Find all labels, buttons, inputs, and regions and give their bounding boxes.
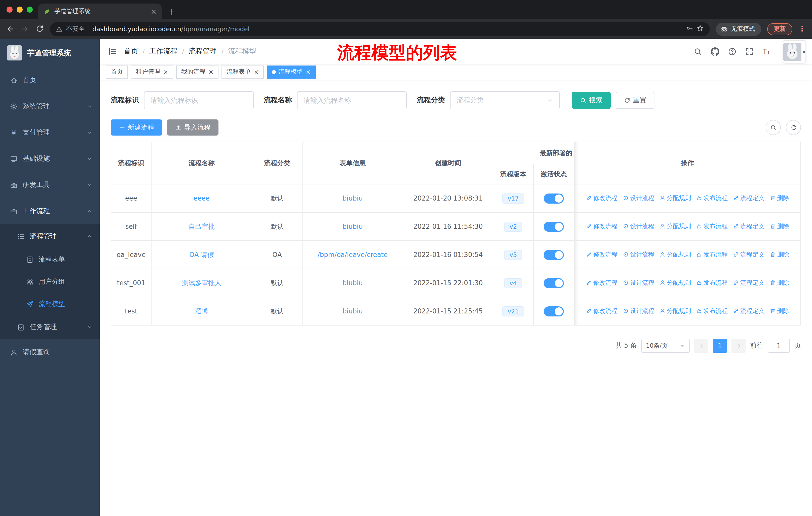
op-design-link[interactable]: 设计流程 xyxy=(622,250,654,259)
version-badge[interactable]: v5 xyxy=(504,250,522,260)
op-delete-link[interactable]: 删除 xyxy=(770,307,789,316)
address-bar[interactable]: 不安全 dashboard.yudao.iocoder.cn/bpm/manag… xyxy=(50,22,710,36)
toggle-search-button[interactable] xyxy=(766,120,781,135)
op-assign-link[interactable]: 分配规则 xyxy=(659,222,691,231)
form-info-link[interactable]: biubiu xyxy=(343,223,363,230)
op-definition-link[interactable]: 流程定义 xyxy=(733,194,764,202)
active-status-toggle[interactable] xyxy=(544,221,564,232)
process-name-link[interactable]: eeee xyxy=(194,194,210,202)
help-button[interactable] xyxy=(728,47,736,56)
op-assign-link[interactable]: 分配规则 xyxy=(659,194,691,202)
op-publish-link[interactable]: 发布流程 xyxy=(696,194,728,202)
op-edit-link[interactable]: 修改流程 xyxy=(586,222,617,231)
fullscreen-button[interactable] xyxy=(745,47,754,56)
sidebar-item-infrastructure[interactable]: 基础设施 xyxy=(0,146,100,172)
tag-item[interactable]: 首页 xyxy=(106,65,128,78)
op-delete-link[interactable]: 删除 xyxy=(770,250,789,259)
sidebar-item-leave-query[interactable]: 请假查询 xyxy=(0,339,100,365)
app-logo[interactable]: 芋道管理系统 xyxy=(0,39,100,67)
prev-page-button[interactable] xyxy=(694,338,708,353)
active-status-toggle[interactable] xyxy=(544,193,564,203)
op-definition-link[interactable]: 流程定义 xyxy=(733,250,764,259)
tag-close-icon[interactable]: × xyxy=(254,69,259,75)
process-name-input[interactable] xyxy=(297,91,407,109)
process-name-link[interactable]: 滔博 xyxy=(195,307,208,315)
import-process-button[interactable]: 导入流程 xyxy=(167,119,219,136)
back-button[interactable] xyxy=(6,25,14,33)
avatar[interactable]: ▼ xyxy=(783,40,806,63)
op-edit-link[interactable]: 修改流程 xyxy=(586,194,617,202)
header-search-button[interactable] xyxy=(694,47,702,56)
sidebar-item-user-group[interactable]: 用户分组 xyxy=(0,271,100,293)
page-number-button[interactable]: 1 xyxy=(713,338,727,353)
op-definition-link[interactable]: 流程定义 xyxy=(733,222,764,231)
sidebar-item-task-manage[interactable]: 任务管理 xyxy=(0,315,100,339)
breadcrumb-item[interactable]: 工作流程 xyxy=(149,47,177,56)
process-name-link[interactable]: OA 请假 xyxy=(189,251,214,258)
form-info-link[interactable]: /bpm/oa/leave/create xyxy=(318,251,388,259)
sidebar-item-home[interactable]: 首页 xyxy=(0,67,100,93)
new-tab-button[interactable]: + xyxy=(168,7,175,16)
op-design-link[interactable]: 设计流程 xyxy=(622,222,654,231)
tag-item[interactable]: 租户管理× xyxy=(131,65,173,78)
minimize-window-button[interactable] xyxy=(17,6,23,12)
form-info-link[interactable]: biubiu xyxy=(343,279,363,287)
browser-menu-icon[interactable]: ⋮ xyxy=(799,25,806,33)
update-button[interactable]: 更新 xyxy=(767,23,792,35)
sidebar-toggle-button[interactable] xyxy=(108,47,117,56)
version-badge[interactable]: v4 xyxy=(504,278,522,288)
op-definition-link[interactable]: 流程定义 xyxy=(733,307,764,316)
op-assign-link[interactable]: 分配规则 xyxy=(659,307,691,316)
refresh-table-button[interactable] xyxy=(786,120,801,135)
version-badge[interactable]: v2 xyxy=(504,221,522,232)
op-delete-link[interactable]: 删除 xyxy=(770,222,789,231)
next-page-button[interactable] xyxy=(731,338,746,353)
tag-item[interactable]: 流程表单× xyxy=(222,65,264,78)
sidebar-item-system[interactable]: 系统管理 xyxy=(0,93,100,119)
reset-button[interactable]: 重置 xyxy=(616,92,655,109)
version-badge[interactable]: v17 xyxy=(503,193,524,203)
op-assign-link[interactable]: 分配规则 xyxy=(659,279,691,287)
op-publish-link[interactable]: 发布流程 xyxy=(696,307,728,316)
sidebar-item-devtools[interactable]: 研发工具 xyxy=(0,172,100,198)
op-design-link[interactable]: 设计流程 xyxy=(622,307,654,316)
op-design-link[interactable]: 设计流程 xyxy=(622,194,654,202)
breadcrumb-item[interactable]: 流程管理 xyxy=(189,47,217,56)
sidebar-item-process-form[interactable]: 流程表单 xyxy=(0,248,100,271)
op-edit-link[interactable]: 修改流程 xyxy=(586,307,617,316)
op-edit-link[interactable]: 修改流程 xyxy=(586,279,617,287)
active-status-toggle[interactable] xyxy=(544,250,564,260)
sidebar-item-payment[interactable]: ¥支付管理 xyxy=(0,119,100,146)
tag-close-icon[interactable]: × xyxy=(306,69,311,75)
process-name-link[interactable]: 测试多审批人 xyxy=(182,279,221,287)
form-info-link[interactable]: biubiu xyxy=(343,194,363,202)
password-key-button[interactable] xyxy=(686,25,693,33)
op-delete-link[interactable]: 删除 xyxy=(770,279,789,287)
goto-page-input[interactable] xyxy=(768,338,790,353)
version-badge[interactable]: v21 xyxy=(503,306,524,316)
bookmark-star-button[interactable] xyxy=(697,25,704,33)
breadcrumb-item[interactable]: 首页 xyxy=(124,47,138,56)
active-status-toggle[interactable] xyxy=(544,278,564,288)
tag-item[interactable]: 流程模型× xyxy=(267,65,316,78)
close-window-button[interactable] xyxy=(6,6,12,12)
tab-close-icon[interactable]: × xyxy=(151,8,156,15)
tag-close-icon[interactable]: × xyxy=(208,69,213,75)
op-design-link[interactable]: 设计流程 xyxy=(622,279,654,287)
op-delete-link[interactable]: 删除 xyxy=(770,194,789,202)
active-status-toggle[interactable] xyxy=(544,306,564,316)
github-link[interactable] xyxy=(711,47,719,56)
forward-button[interactable] xyxy=(21,25,29,33)
browser-tab[interactable]: 芋道管理系统 × xyxy=(38,3,162,19)
tag-item[interactable]: 我的流程× xyxy=(176,65,219,78)
op-definition-link[interactable]: 流程定义 xyxy=(733,279,764,287)
category-select[interactable]: 流程分类 xyxy=(450,91,560,109)
zoom-window-button[interactable] xyxy=(27,6,33,12)
op-publish-link[interactable]: 发布流程 xyxy=(696,279,728,287)
sidebar-item-process-manage[interactable]: 流程管理 xyxy=(0,224,100,248)
process-name-link[interactable]: 自己审批 xyxy=(188,222,215,230)
sidebar-item-process-model[interactable]: 流程模型 xyxy=(0,293,100,315)
op-publish-link[interactable]: 发布流程 xyxy=(696,250,728,259)
search-button[interactable]: 搜索 xyxy=(572,92,611,109)
process-id-input[interactable] xyxy=(144,91,254,109)
